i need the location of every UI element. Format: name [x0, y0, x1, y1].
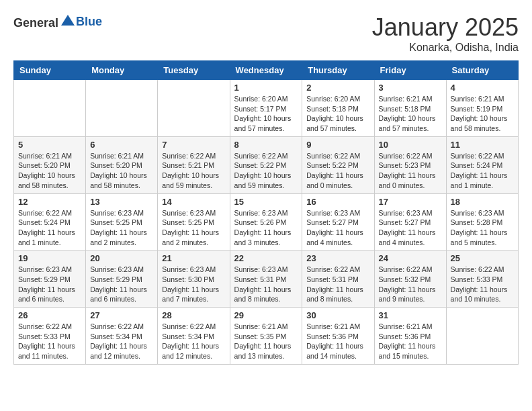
calendar-cell: 20Sunrise: 6:23 AM Sunset: 5:29 PM Dayli…	[86, 250, 158, 308]
weekday-wednesday: Wednesday	[230, 61, 302, 80]
day-detail: Sunrise: 6:22 AM Sunset: 5:24 PM Dayligh…	[18, 208, 81, 248]
calendar-cell: 15Sunrise: 6:23 AM Sunset: 5:26 PM Dayli…	[230, 193, 302, 250]
calendar-cell: 17Sunrise: 6:23 AM Sunset: 5:27 PM Dayli…	[374, 193, 446, 250]
day-number: 9	[306, 140, 369, 150]
day-number: 19	[18, 253, 81, 263]
calendar-cell: 14Sunrise: 6:23 AM Sunset: 5:25 PM Dayli…	[158, 193, 230, 250]
calendar-cell: 5Sunrise: 6:21 AM Sunset: 5:20 PM Daylig…	[14, 136, 86, 193]
day-detail: Sunrise: 6:23 AM Sunset: 5:31 PM Dayligh…	[234, 265, 298, 304]
calendar-cell	[86, 80, 158, 137]
calendar-cell: 10Sunrise: 6:22 AM Sunset: 5:23 PM Dayli…	[374, 136, 446, 193]
day-detail: Sunrise: 6:23 AM Sunset: 5:26 PM Dayligh…	[234, 208, 298, 248]
day-detail: Sunrise: 6:22 AM Sunset: 5:33 PM Dayligh…	[18, 322, 81, 361]
day-detail: Sunrise: 6:23 AM Sunset: 5:27 PM Dayligh…	[306, 208, 369, 248]
calendar-cell: 8Sunrise: 6:22 AM Sunset: 5:22 PM Daylig…	[230, 136, 302, 193]
week-row-2: 12Sunrise: 6:22 AM Sunset: 5:24 PM Dayli…	[14, 193, 519, 250]
day-number: 12	[18, 197, 81, 207]
day-detail: Sunrise: 6:22 AM Sunset: 5:22 PM Dayligh…	[306, 151, 369, 191]
weekday-tuesday: Tuesday	[158, 61, 230, 80]
day-detail: Sunrise: 6:22 AM Sunset: 5:31 PM Dayligh…	[306, 265, 369, 304]
calendar-cell	[14, 80, 86, 137]
day-detail: Sunrise: 6:22 AM Sunset: 5:24 PM Dayligh…	[451, 151, 514, 191]
calendar-cell: 2Sunrise: 6:20 AM Sunset: 5:18 PM Daylig…	[302, 80, 374, 137]
title-area: January 2025 Konarka, Odisha, India	[372, 13, 519, 54]
day-number: 29	[234, 310, 298, 320]
calendar-cell: 13Sunrise: 6:23 AM Sunset: 5:25 PM Dayli…	[86, 193, 158, 250]
day-detail: Sunrise: 6:22 AM Sunset: 5:22 PM Dayligh…	[234, 151, 298, 191]
day-detail: Sunrise: 6:21 AM Sunset: 5:36 PM Dayligh…	[306, 322, 369, 361]
calendar-body: 1Sunrise: 6:20 AM Sunset: 5:17 PM Daylig…	[14, 80, 519, 365]
day-number: 26	[18, 310, 81, 320]
day-detail: Sunrise: 6:21 AM Sunset: 5:19 PM Dayligh…	[451, 94, 514, 134]
day-detail: Sunrise: 6:22 AM Sunset: 5:32 PM Dayligh…	[379, 265, 442, 304]
day-number: 11	[451, 140, 514, 150]
calendar-cell: 7Sunrise: 6:22 AM Sunset: 5:21 PM Daylig…	[158, 136, 230, 193]
day-number: 15	[234, 197, 298, 207]
day-number: 20	[90, 253, 153, 263]
day-number: 14	[162, 197, 225, 207]
calendar: SundayMondayTuesdayWednesdayThursdayFrid…	[13, 60, 519, 365]
calendar-cell: 9Sunrise: 6:22 AM Sunset: 5:22 PM Daylig…	[302, 136, 374, 193]
calendar-cell: 24Sunrise: 6:22 AM Sunset: 5:32 PM Dayli…	[374, 250, 446, 308]
week-row-4: 26Sunrise: 6:22 AM Sunset: 5:33 PM Dayli…	[14, 308, 519, 365]
weekday-thursday: Thursday	[302, 61, 374, 80]
day-number: 21	[162, 253, 225, 263]
day-detail: Sunrise: 6:23 AM Sunset: 5:27 PM Dayligh…	[379, 208, 442, 248]
week-row-0: 1Sunrise: 6:20 AM Sunset: 5:17 PM Daylig…	[14, 80, 519, 137]
day-detail: Sunrise: 6:20 AM Sunset: 5:17 PM Dayligh…	[234, 94, 298, 134]
calendar-cell	[158, 80, 230, 137]
calendar-cell: 30Sunrise: 6:21 AM Sunset: 5:36 PM Dayli…	[302, 308, 374, 365]
location-title: Konarka, Odisha, India	[372, 42, 519, 54]
day-number: 1	[234, 83, 298, 93]
week-row-3: 19Sunrise: 6:23 AM Sunset: 5:29 PM Dayli…	[14, 250, 519, 308]
day-number: 23	[306, 253, 369, 263]
logo-general: General	[13, 16, 58, 30]
day-detail: Sunrise: 6:23 AM Sunset: 5:25 PM Dayligh…	[162, 208, 225, 248]
day-detail: Sunrise: 6:22 AM Sunset: 5:33 PM Dayligh…	[451, 265, 514, 304]
calendar-cell: 1Sunrise: 6:20 AM Sunset: 5:17 PM Daylig…	[230, 80, 302, 137]
calendar-cell: 23Sunrise: 6:22 AM Sunset: 5:31 PM Dayli…	[302, 250, 374, 308]
calendar-cell: 25Sunrise: 6:22 AM Sunset: 5:33 PM Dayli…	[446, 250, 518, 308]
day-number: 18	[451, 197, 514, 207]
day-number: 24	[379, 253, 442, 263]
day-number: 5	[18, 140, 81, 150]
calendar-cell: 26Sunrise: 6:22 AM Sunset: 5:33 PM Dayli…	[14, 308, 86, 365]
day-number: 10	[379, 140, 442, 150]
weekday-sunday: Sunday	[14, 61, 86, 80]
day-number: 28	[162, 310, 225, 320]
calendar-cell: 31Sunrise: 6:21 AM Sunset: 5:36 PM Dayli…	[374, 308, 446, 365]
day-detail: Sunrise: 6:21 AM Sunset: 5:35 PM Dayligh…	[234, 322, 298, 361]
day-number: 8	[234, 140, 298, 150]
calendar-cell	[446, 308, 518, 365]
calendar-cell: 4Sunrise: 6:21 AM Sunset: 5:19 PM Daylig…	[446, 80, 518, 137]
weekday-saturday: Saturday	[446, 61, 518, 80]
day-detail: Sunrise: 6:22 AM Sunset: 5:23 PM Dayligh…	[379, 151, 442, 191]
day-number: 30	[306, 310, 369, 320]
weekday-header-row: SundayMondayTuesdayWednesdayThursdayFrid…	[14, 61, 519, 80]
day-detail: Sunrise: 6:23 AM Sunset: 5:28 PM Dayligh…	[451, 208, 514, 248]
calendar-cell: 3Sunrise: 6:21 AM Sunset: 5:18 PM Daylig…	[374, 80, 446, 137]
calendar-cell: 11Sunrise: 6:22 AM Sunset: 5:24 PM Dayli…	[446, 136, 518, 193]
logo-blue: Blue	[76, 15, 102, 28]
calendar-cell: 18Sunrise: 6:23 AM Sunset: 5:28 PM Dayli…	[446, 193, 518, 250]
day-detail: Sunrise: 6:23 AM Sunset: 5:30 PM Dayligh…	[162, 265, 225, 304]
day-number: 16	[306, 197, 369, 207]
day-detail: Sunrise: 6:21 AM Sunset: 5:18 PM Dayligh…	[379, 94, 442, 134]
day-detail: Sunrise: 6:21 AM Sunset: 5:20 PM Dayligh…	[90, 151, 153, 191]
month-title: January 2025	[372, 13, 519, 42]
weekday-monday: Monday	[86, 61, 158, 80]
calendar-cell: 6Sunrise: 6:21 AM Sunset: 5:20 PM Daylig…	[86, 136, 158, 193]
day-number: 4	[451, 83, 514, 93]
day-detail: Sunrise: 6:23 AM Sunset: 5:29 PM Dayligh…	[90, 265, 153, 304]
day-detail: Sunrise: 6:22 AM Sunset: 5:21 PM Dayligh…	[162, 151, 225, 191]
day-detail: Sunrise: 6:22 AM Sunset: 5:34 PM Dayligh…	[162, 322, 225, 361]
week-row-1: 5Sunrise: 6:21 AM Sunset: 5:20 PM Daylig…	[14, 136, 519, 193]
day-number: 6	[90, 140, 153, 150]
calendar-cell: 29Sunrise: 6:21 AM Sunset: 5:35 PM Dayli…	[230, 308, 302, 365]
calendar-cell: 28Sunrise: 6:22 AM Sunset: 5:34 PM Dayli…	[158, 308, 230, 365]
day-number: 25	[451, 253, 514, 263]
calendar-cell: 21Sunrise: 6:23 AM Sunset: 5:30 PM Dayli…	[158, 250, 230, 308]
logo: General Blue	[13, 13, 102, 30]
calendar-cell: 16Sunrise: 6:23 AM Sunset: 5:27 PM Dayli…	[302, 193, 374, 250]
day-detail: Sunrise: 6:21 AM Sunset: 5:36 PM Dayligh…	[379, 322, 442, 361]
